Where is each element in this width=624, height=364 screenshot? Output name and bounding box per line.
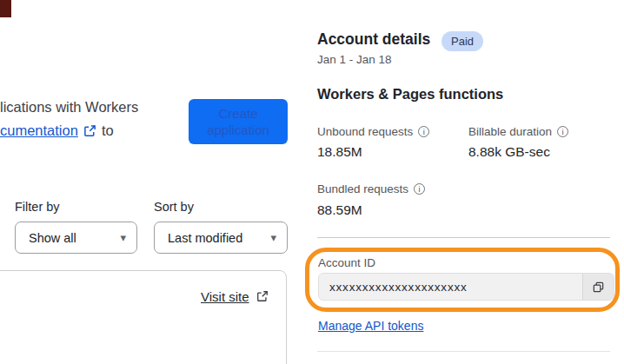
chevron-down-icon: ▾	[270, 232, 276, 243]
intro-text-line2: cumentation to	[0, 122, 114, 139]
paid-badge: Paid	[441, 31, 483, 51]
unbound-requests-value: 18.85M	[317, 144, 362, 160]
chevron-down-icon: ▾	[120, 232, 126, 243]
divider	[317, 351, 610, 352]
info-icon[interactable]: i	[557, 126, 568, 137]
divider	[317, 237, 610, 238]
account-id-field-group	[318, 273, 614, 301]
filter-dropdown-value: Show all	[29, 231, 76, 245]
external-link-icon	[83, 124, 96, 137]
account-id-input[interactable]	[319, 274, 582, 300]
bundled-requests-value: 88.59M	[317, 202, 362, 218]
bundled-requests-label: Bundled requests i	[317, 182, 425, 195]
filter-dropdown[interactable]: Show all ▾	[15, 222, 137, 254]
stat-label-text: Billable duration	[468, 125, 552, 138]
billable-duration-label: Billable duration i	[468, 125, 568, 138]
account-id-label: Account ID	[318, 256, 375, 269]
create-application-button[interactable]: Create application	[189, 99, 288, 144]
stat-label-text: Bundled requests	[317, 182, 408, 195]
info-icon[interactable]: i	[414, 183, 425, 195]
workers-pages-functions-title: Workers & Pages functions	[317, 86, 503, 103]
documentation-link[interactable]: cumentation	[0, 122, 78, 139]
date-range: Jan 1 - Jan 18	[317, 53, 392, 66]
copy-button[interactable]	[582, 274, 614, 300]
red-square-marker	[0, 0, 11, 17]
visit-site-label: Visit site	[201, 289, 249, 304]
visit-site-link[interactable]: Visit site	[201, 289, 269, 304]
billable-duration-value: 8.88k GB-sec	[468, 144, 550, 160]
unbound-requests-label: Unbound requests i	[317, 125, 429, 138]
stat-label-text: Unbound requests	[317, 125, 413, 138]
project-card: Visit site	[0, 270, 287, 364]
account-details-title: Account details	[317, 30, 430, 49]
intro-text-line1: lications with Workers	[0, 99, 138, 116]
external-link-icon	[256, 290, 269, 303]
manage-api-tokens-link[interactable]: Manage API tokens	[318, 319, 423, 333]
filter-by-label: Filter by	[15, 200, 60, 214]
info-icon[interactable]: i	[418, 126, 429, 137]
sort-dropdown-value: Last modified	[168, 231, 242, 245]
intro-text-suffix: to	[102, 122, 114, 139]
sort-by-label: Sort by	[154, 200, 194, 214]
sort-dropdown[interactable]: Last modified ▾	[154, 222, 288, 254]
copy-icon	[592, 281, 605, 294]
